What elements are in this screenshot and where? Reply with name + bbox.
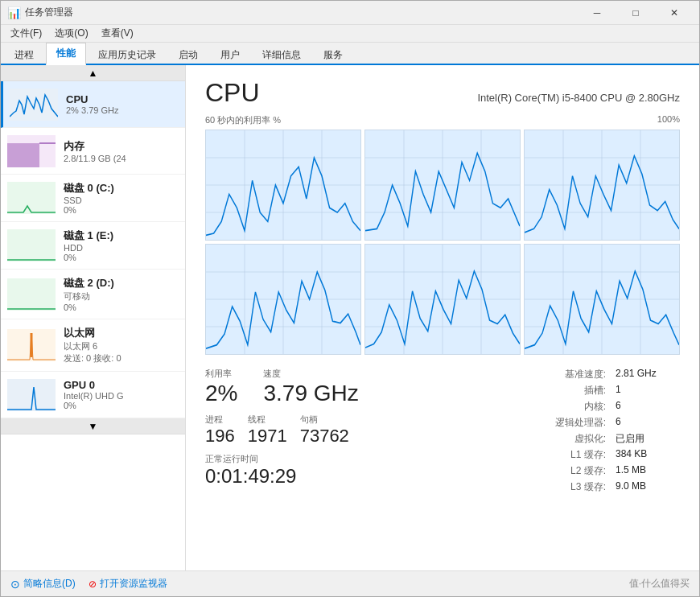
svg-rect-5: [7, 229, 56, 261]
sidebar-item-disk2[interactable]: 磁盘 2 (D:) 可移动 0%: [1, 270, 185, 319]
chevron-up-icon: ⊙: [10, 578, 20, 591]
l2-row: L2 缓存: 1.5 MB: [533, 464, 680, 478]
logical-label: 逻辑处理器:: [533, 416, 606, 430]
tab-users[interactable]: 用户: [210, 44, 250, 65]
l3-row: L3 缓存: 9.0 MB: [533, 480, 680, 494]
speed-value: 3.79 GHz: [263, 380, 358, 407]
gpu-name: GPU 0: [64, 379, 179, 391]
stats-section: 利用率 2% 速度 3.79 GHz 进程 196: [205, 368, 680, 496]
monitor-link[interactable]: ⊘ 打开资源监视器: [89, 577, 167, 591]
svg-rect-4: [7, 182, 56, 214]
tab-processes[interactable]: 进程: [4, 44, 44, 65]
left-stats: 利用率 2% 速度 3.79 GHz 进程 196: [205, 368, 501, 496]
footer-left: ⊙ 简略信息(D) ⊘ 打开资源监视器: [10, 577, 167, 591]
base-speed-value: 2.81 GHz: [616, 368, 680, 381]
main-window: 📊 任务管理器 ─ □ ✕ 文件(F) 选项(O) 查看(V) 进程 性能 应用…: [0, 0, 700, 597]
sidebar-item-cpu[interactable]: CPU 2% 3.79 GHz: [1, 81, 185, 128]
disk1-thumbnail: [7, 229, 56, 261]
svg-rect-6: [7, 278, 56, 311]
virt-row: 虚拟化: 已启用: [533, 432, 680, 446]
sidebar-item-gpu[interactable]: GPU 0 Intel(R) UHD G 0%: [1, 372, 185, 418]
menu-view[interactable]: 查看(V): [95, 25, 140, 42]
disk1-sparkline: [7, 229, 56, 261]
threads-value: 1971: [248, 426, 287, 447]
summary-label: 简略信息(D): [23, 577, 76, 591]
minimize-button[interactable]: ─: [579, 2, 616, 24]
runtime-label: 正常运行时间: [205, 453, 501, 465]
gpu-info: GPU 0 Intel(R) UHD G 0%: [64, 379, 179, 410]
disk2-type: 可移动: [64, 290, 179, 303]
sidebar-item-disk1[interactable]: 磁盘 1 (E:) HDD 0%: [1, 222, 185, 270]
watermark: 值·什么值得买: [629, 577, 690, 591]
tab-app-history[interactable]: 应用历史记录: [88, 44, 167, 65]
scroll-up-arrow[interactable]: ▲: [1, 65, 185, 81]
sidebar-item-ethernet[interactable]: 以太网 以太网 6 发送: 0 接收: 0: [1, 319, 185, 372]
disk1-usage: 0%: [64, 253, 179, 262]
memory-info: 内存 2.8/11.9 GB (24: [64, 139, 179, 163]
sidebar-item-memory[interactable]: 内存 2.8/11.9 GB (24: [1, 128, 185, 175]
menu-options[interactable]: 选项(O): [48, 25, 94, 42]
speed-label: 速度: [263, 368, 358, 380]
tab-details[interactable]: 详细信息: [252, 44, 311, 65]
cpu-usage: 2% 3.79 GHz: [66, 105, 179, 115]
panel-header: CPU Intel(R) Core(TM) i5-8400 CPU @ 2.80…: [205, 78, 680, 108]
sidebar-item-disk0[interactable]: 磁盘 0 (C:) SSD 0%: [1, 175, 185, 222]
disk2-sparkline: [7, 278, 56, 311]
close-button[interactable]: ✕: [656, 2, 693, 24]
ethernet-sub2: 发送: 0 接收: 0: [64, 352, 179, 364]
gpu-usage: 0%: [64, 401, 179, 410]
disk2-name: 磁盘 2 (D:): [64, 276, 179, 290]
l1-value: 384 KB: [616, 448, 680, 462]
runtime-value: 0:01:49:29: [205, 465, 501, 488]
logical-value: 6: [616, 416, 680, 430]
chart-label-left: 60 秒内的利用率 %: [205, 114, 281, 126]
disk1-type: HDD: [64, 243, 179, 253]
utilization-stat: 利用率 2%: [205, 368, 237, 407]
chart-labels: 60 秒内的利用率 % 100%: [205, 114, 680, 126]
summary-link[interactable]: ⊙ 简略信息(D): [10, 577, 76, 591]
svg-rect-0: [10, 89, 58, 121]
app-icon: 📊: [7, 6, 20, 19]
monitor-icon: ⊘: [89, 578, 97, 590]
cpu-details: 基准速度: 2.81 GHz 插槽: 1 内核: 6 逻辑处理器: 6: [533, 368, 680, 496]
cores-label: 内核:: [533, 400, 606, 414]
cpu-thumbnail: [10, 89, 58, 121]
disk1-name: 磁盘 1 (E:): [64, 229, 179, 243]
base-speed-row: 基准速度: 2.81 GHz: [533, 368, 680, 381]
sockets-label: 插槽:: [533, 384, 606, 397]
titlebar: 📊 任务管理器 ─ □ ✕: [1, 1, 699, 25]
utilization-label: 利用率: [205, 368, 237, 380]
scroll-down-arrow[interactable]: ▼: [1, 418, 185, 434]
cpu-chart-core4: [205, 244, 361, 355]
handles-stat: 句柄 73762: [300, 414, 349, 447]
maximize-button[interactable]: □: [617, 2, 654, 24]
gpu-sparkline: [7, 379, 56, 411]
menu-file[interactable]: 文件(F): [4, 25, 48, 42]
tabbar: 进程 性能 应用历史记录 启动 用户 详细信息 服务: [1, 43, 699, 65]
ethernet-sub1: 以太网 6: [64, 340, 179, 352]
right-panel: CPU Intel(R) Core(TM) i5-8400 CPU @ 2.80…: [186, 65, 699, 570]
threads-label: 线程: [248, 414, 287, 426]
disk0-type: SSD: [64, 196, 179, 205]
process-stats-row: 进程 196 线程 1971 句柄 73762: [205, 414, 501, 447]
panel-title: CPU: [205, 78, 260, 108]
base-speed-label: 基准速度:: [533, 368, 606, 381]
cpu-chart-core6: [524, 244, 680, 355]
gpu-sub1: Intel(R) UHD G: [64, 391, 179, 401]
ethernet-name: 以太网: [64, 326, 179, 340]
menubar: 文件(F) 选项(O) 查看(V): [1, 25, 699, 43]
tab-services[interactable]: 服务: [313, 44, 353, 65]
disk0-name: 磁盘 0 (C:): [64, 181, 179, 196]
svg-rect-2: [7, 143, 39, 167]
tab-startup[interactable]: 启动: [168, 44, 208, 65]
disk1-info: 磁盘 1 (E:) HDD 0%: [64, 229, 179, 262]
memory-thumbnail: [7, 135, 56, 167]
tab-performance[interactable]: 性能: [46, 43, 86, 65]
memory-name: 内存: [64, 139, 179, 154]
processes-stat: 进程 196: [205, 414, 235, 447]
disk0-usage: 0%: [64, 205, 179, 215]
panel-subtitle: Intel(R) Core(TM) i5-8400 CPU @ 2.80GHz: [477, 92, 680, 104]
cpu-chart-core5: [364, 244, 521, 355]
gpu-thumbnail: [7, 379, 56, 411]
ethernet-sparkline: [7, 329, 56, 361]
